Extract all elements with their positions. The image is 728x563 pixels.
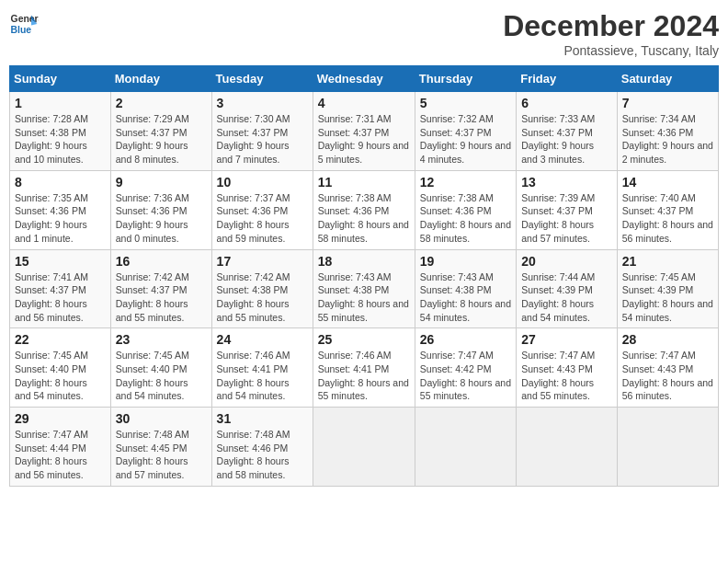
day-info: Sunrise: 7:33 AM Sunset: 4:37 PM Dayligh… <box>521 112 612 167</box>
day-info: Sunrise: 7:43 AM Sunset: 4:38 PM Dayligh… <box>420 270 511 325</box>
day-cell <box>415 408 516 487</box>
day-number: 28 <box>622 332 713 347</box>
day-info: Sunrise: 7:48 AM Sunset: 4:46 PM Dayligh… <box>217 428 308 482</box>
day-info: Sunrise: 7:43 AM Sunset: 4:38 PM Dayligh… <box>318 270 410 325</box>
day-number: 23 <box>116 332 207 347</box>
day-cell: 13 Sunrise: 7:39 AM Sunset: 4:37 PM Dayl… <box>517 170 618 249</box>
day-info: Sunrise: 7:47 AM Sunset: 4:42 PM Dayligh… <box>420 349 511 403</box>
day-number: 29 <box>15 411 106 426</box>
day-cell: 16 Sunrise: 7:42 AM Sunset: 4:37 PM Dayl… <box>110 249 211 328</box>
weekday-header-sunday: Sunday <box>10 66 111 92</box>
day-cell: 14 Sunrise: 7:40 AM Sunset: 4:37 PM Dayl… <box>617 170 718 249</box>
week-row-4: 22 Sunrise: 7:45 AM Sunset: 4:40 PM Dayl… <box>10 328 719 408</box>
weekday-header-friday: Friday <box>517 66 618 92</box>
day-info: Sunrise: 7:42 AM Sunset: 4:37 PM Dayligh… <box>116 270 207 325</box>
day-number: 2 <box>116 96 207 110</box>
day-cell: 6 Sunrise: 7:33 AM Sunset: 4:37 PM Dayli… <box>517 92 618 171</box>
day-number: 20 <box>521 254 612 269</box>
day-info: Sunrise: 7:48 AM Sunset: 4:45 PM Dayligh… <box>116 428 207 482</box>
day-cell: 18 Sunrise: 7:43 AM Sunset: 4:38 PM Dayl… <box>313 249 415 328</box>
day-info: Sunrise: 7:35 AM Sunset: 4:36 PM Dayligh… <box>15 191 106 246</box>
week-row-1: 1 Sunrise: 7:28 AM Sunset: 4:38 PM Dayli… <box>10 92 719 171</box>
day-info: Sunrise: 7:45 AM Sunset: 4:39 PM Dayligh… <box>622 270 713 325</box>
day-cell: 4 Sunrise: 7:31 AM Sunset: 4:37 PM Dayli… <box>313 92 415 171</box>
week-row-5: 29 Sunrise: 7:47 AM Sunset: 4:44 PM Dayl… <box>10 408 719 487</box>
weekday-header-saturday: Saturday <box>617 66 718 92</box>
day-cell: 31 Sunrise: 7:48 AM Sunset: 4:46 PM Dayl… <box>211 408 313 487</box>
weekday-header-thursday: Thursday <box>415 66 516 92</box>
day-number: 8 <box>15 175 106 190</box>
day-cell: 26 Sunrise: 7:47 AM Sunset: 4:42 PM Dayl… <box>415 328 516 408</box>
day-cell: 1 Sunrise: 7:28 AM Sunset: 4:38 PM Dayli… <box>10 92 111 171</box>
day-number: 5 <box>420 96 511 110</box>
day-cell: 20 Sunrise: 7:44 AM Sunset: 4:39 PM Dayl… <box>517 249 618 328</box>
week-row-2: 8 Sunrise: 7:35 AM Sunset: 4:36 PM Dayli… <box>10 170 719 249</box>
day-number: 7 <box>622 96 713 110</box>
day-cell: 29 Sunrise: 7:47 AM Sunset: 4:44 PM Dayl… <box>10 408 111 487</box>
calendar-title: December 2024 <box>503 9 719 43</box>
day-info: Sunrise: 7:29 AM Sunset: 4:37 PM Dayligh… <box>116 112 207 167</box>
logo: General Blue <box>9 9 39 39</box>
day-number: 13 <box>521 175 612 190</box>
day-cell: 11 Sunrise: 7:38 AM Sunset: 4:36 PM Dayl… <box>313 170 415 249</box>
day-number: 17 <box>217 254 308 269</box>
day-cell: 25 Sunrise: 7:46 AM Sunset: 4:41 PM Dayl… <box>313 328 415 408</box>
day-info: Sunrise: 7:30 AM Sunset: 4:37 PM Dayligh… <box>217 112 308 167</box>
day-number: 18 <box>318 254 410 269</box>
day-number: 19 <box>420 254 511 269</box>
day-info: Sunrise: 7:46 AM Sunset: 4:41 PM Dayligh… <box>318 349 410 403</box>
day-info: Sunrise: 7:47 AM Sunset: 4:43 PM Dayligh… <box>622 349 713 403</box>
day-info: Sunrise: 7:36 AM Sunset: 4:36 PM Dayligh… <box>116 191 207 246</box>
day-number: 21 <box>622 254 713 269</box>
day-info: Sunrise: 7:47 AM Sunset: 4:43 PM Dayligh… <box>521 349 612 403</box>
calendar-subtitle: Pontassieve, Tuscany, Italy <box>503 43 719 58</box>
day-info: Sunrise: 7:39 AM Sunset: 4:37 PM Dayligh… <box>521 191 612 246</box>
day-cell: 10 Sunrise: 7:37 AM Sunset: 4:36 PM Dayl… <box>211 170 313 249</box>
day-number: 31 <box>217 411 308 426</box>
day-cell: 28 Sunrise: 7:47 AM Sunset: 4:43 PM Dayl… <box>617 328 718 408</box>
day-cell: 23 Sunrise: 7:45 AM Sunset: 4:40 PM Dayl… <box>110 328 211 408</box>
weekday-header-tuesday: Tuesday <box>211 66 313 92</box>
day-info: Sunrise: 7:38 AM Sunset: 4:36 PM Dayligh… <box>420 191 511 246</box>
day-cell: 27 Sunrise: 7:47 AM Sunset: 4:43 PM Dayl… <box>517 328 618 408</box>
day-number: 24 <box>217 332 308 347</box>
day-cell: 9 Sunrise: 7:36 AM Sunset: 4:36 PM Dayli… <box>110 170 211 249</box>
day-cell <box>517 408 618 487</box>
day-info: Sunrise: 7:40 AM Sunset: 4:37 PM Dayligh… <box>622 191 713 246</box>
day-info: Sunrise: 7:28 AM Sunset: 4:38 PM Dayligh… <box>15 112 106 167</box>
day-cell: 12 Sunrise: 7:38 AM Sunset: 4:36 PM Dayl… <box>415 170 516 249</box>
day-number: 4 <box>318 96 410 110</box>
day-info: Sunrise: 7:46 AM Sunset: 4:41 PM Dayligh… <box>217 349 308 403</box>
day-cell: 21 Sunrise: 7:45 AM Sunset: 4:39 PM Dayl… <box>617 249 718 328</box>
day-number: 26 <box>420 332 511 347</box>
header: General Blue December 2024 Pontassieve, … <box>9 9 719 58</box>
day-info: Sunrise: 7:34 AM Sunset: 4:36 PM Dayligh… <box>622 112 713 167</box>
day-cell: 5 Sunrise: 7:32 AM Sunset: 4:37 PM Dayli… <box>415 92 516 171</box>
week-row-3: 15 Sunrise: 7:41 AM Sunset: 4:37 PM Dayl… <box>10 249 719 328</box>
day-number: 9 <box>116 175 207 190</box>
day-cell: 15 Sunrise: 7:41 AM Sunset: 4:37 PM Dayl… <box>10 249 111 328</box>
day-number: 16 <box>116 254 207 269</box>
day-info: Sunrise: 7:38 AM Sunset: 4:36 PM Dayligh… <box>318 191 410 246</box>
day-cell: 17 Sunrise: 7:42 AM Sunset: 4:38 PM Dayl… <box>211 249 313 328</box>
day-cell: 8 Sunrise: 7:35 AM Sunset: 4:36 PM Dayli… <box>10 170 111 249</box>
weekday-header-row: SundayMondayTuesdayWednesdayThursdayFrid… <box>10 66 719 92</box>
day-number: 12 <box>420 175 511 190</box>
day-info: Sunrise: 7:45 AM Sunset: 4:40 PM Dayligh… <box>116 349 207 403</box>
svg-text:Blue: Blue <box>11 25 32 35</box>
day-info: Sunrise: 7:42 AM Sunset: 4:38 PM Dayligh… <box>217 270 308 325</box>
day-info: Sunrise: 7:32 AM Sunset: 4:37 PM Dayligh… <box>420 112 511 167</box>
day-number: 14 <box>622 175 713 190</box>
day-cell: 2 Sunrise: 7:29 AM Sunset: 4:37 PM Dayli… <box>110 92 211 171</box>
day-cell <box>313 408 415 487</box>
day-number: 3 <box>217 96 308 110</box>
calendar-table: SundayMondayTuesdayWednesdayThursdayFrid… <box>9 65 719 487</box>
day-cell: 3 Sunrise: 7:30 AM Sunset: 4:37 PM Dayli… <box>211 92 313 171</box>
day-info: Sunrise: 7:31 AM Sunset: 4:37 PM Dayligh… <box>318 112 410 167</box>
day-cell: 7 Sunrise: 7:34 AM Sunset: 4:36 PM Dayli… <box>617 92 718 171</box>
day-number: 10 <box>217 175 308 190</box>
day-cell: 24 Sunrise: 7:46 AM Sunset: 4:41 PM Dayl… <box>211 328 313 408</box>
day-cell: 30 Sunrise: 7:48 AM Sunset: 4:45 PM Dayl… <box>110 408 211 487</box>
day-info: Sunrise: 7:45 AM Sunset: 4:40 PM Dayligh… <box>15 349 106 403</box>
day-info: Sunrise: 7:41 AM Sunset: 4:37 PM Dayligh… <box>15 270 106 325</box>
